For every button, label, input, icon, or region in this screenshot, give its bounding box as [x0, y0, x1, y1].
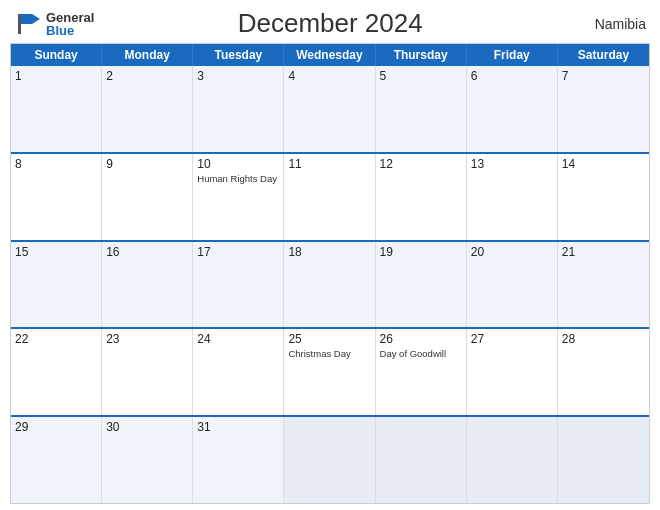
day-cell: 9: [102, 154, 193, 240]
day-cell: 23: [102, 329, 193, 415]
day-cell: 24: [193, 329, 284, 415]
calendar-grid: Sunday Monday Tuesday Wednesday Thursday…: [10, 43, 650, 504]
week-row-2: 8910Human Rights Day11121314: [11, 152, 649, 240]
day-cell: 5: [376, 66, 467, 152]
day-number: 12: [380, 157, 462, 171]
day-cell: 6: [467, 66, 558, 152]
svg-rect-2: [18, 14, 21, 34]
day-cell: 27: [467, 329, 558, 415]
logo-icon: [14, 10, 42, 38]
logo-text: General Blue: [46, 11, 94, 37]
day-cell: 15: [11, 242, 102, 328]
event-label: Christmas Day: [288, 348, 370, 359]
day-number: 17: [197, 245, 279, 259]
day-cell: [467, 417, 558, 503]
day-number: 4: [288, 69, 370, 83]
day-cell: 3: [193, 66, 284, 152]
day-cell: 7: [558, 66, 649, 152]
day-cell: 11: [284, 154, 375, 240]
day-cell: 31: [193, 417, 284, 503]
day-cell: 16: [102, 242, 193, 328]
week-row-1: 1234567: [11, 66, 649, 152]
week-row-3: 15161718192021: [11, 240, 649, 328]
day-cell: 20: [467, 242, 558, 328]
day-cell: [284, 417, 375, 503]
day-number: 25: [288, 332, 370, 346]
country-label: Namibia: [566, 16, 646, 32]
day-headers-row: Sunday Monday Tuesday Wednesday Thursday…: [11, 44, 649, 66]
day-cell: 13: [467, 154, 558, 240]
day-number: 15: [15, 245, 97, 259]
day-cell: 2: [102, 66, 193, 152]
weeks-container: 12345678910Human Rights Day1112131415161…: [11, 66, 649, 503]
header: General Blue December 2024 Namibia: [0, 0, 660, 43]
day-number: 3: [197, 69, 279, 83]
day-number: 30: [106, 420, 188, 434]
day-cell: 22: [11, 329, 102, 415]
header-sunday: Sunday: [11, 44, 102, 66]
calendar-page: General Blue December 2024 Namibia Sunda…: [0, 0, 660, 510]
logo: General Blue: [14, 10, 94, 38]
header-thursday: Thursday: [376, 44, 467, 66]
day-number: 9: [106, 157, 188, 171]
header-tuesday: Tuesday: [193, 44, 284, 66]
logo-blue-text: Blue: [46, 24, 94, 37]
week-row-5: 293031: [11, 415, 649, 503]
day-cell: [558, 417, 649, 503]
event-label: Day of Goodwill: [380, 348, 462, 359]
day-number: 8: [15, 157, 97, 171]
day-cell: 19: [376, 242, 467, 328]
day-cell: 4: [284, 66, 375, 152]
day-number: 31: [197, 420, 279, 434]
day-number: 10: [197, 157, 279, 171]
day-cell: 30: [102, 417, 193, 503]
day-number: 11: [288, 157, 370, 171]
day-number: 7: [562, 69, 645, 83]
svg-marker-1: [32, 14, 40, 24]
day-number: 29: [15, 420, 97, 434]
header-wednesday: Wednesday: [284, 44, 375, 66]
day-cell: 8: [11, 154, 102, 240]
day-number: 13: [471, 157, 553, 171]
logo-general-text: General: [46, 11, 94, 24]
day-number: 16: [106, 245, 188, 259]
day-cell: 14: [558, 154, 649, 240]
day-number: 24: [197, 332, 279, 346]
day-number: 26: [380, 332, 462, 346]
week-row-4: 22232425Christmas Day26Day of Goodwill27…: [11, 327, 649, 415]
day-cell: 21: [558, 242, 649, 328]
day-number: 28: [562, 332, 645, 346]
header-monday: Monday: [102, 44, 193, 66]
day-number: 20: [471, 245, 553, 259]
day-cell: 28: [558, 329, 649, 415]
day-number: 5: [380, 69, 462, 83]
day-number: 22: [15, 332, 97, 346]
day-cell: 25Christmas Day: [284, 329, 375, 415]
day-cell: 29: [11, 417, 102, 503]
day-cell: 1: [11, 66, 102, 152]
day-cell: 26Day of Goodwill: [376, 329, 467, 415]
calendar-title: December 2024: [94, 8, 566, 39]
day-number: 6: [471, 69, 553, 83]
day-number: 18: [288, 245, 370, 259]
day-cell: 12: [376, 154, 467, 240]
day-cell: [376, 417, 467, 503]
day-cell: 18: [284, 242, 375, 328]
day-number: 19: [380, 245, 462, 259]
day-cell: 10Human Rights Day: [193, 154, 284, 240]
header-saturday: Saturday: [558, 44, 649, 66]
day-number: 23: [106, 332, 188, 346]
day-number: 21: [562, 245, 645, 259]
day-number: 14: [562, 157, 645, 171]
day-number: 2: [106, 69, 188, 83]
day-cell: 17: [193, 242, 284, 328]
header-friday: Friday: [467, 44, 558, 66]
day-number: 27: [471, 332, 553, 346]
day-number: 1: [15, 69, 97, 83]
event-label: Human Rights Day: [197, 173, 279, 184]
